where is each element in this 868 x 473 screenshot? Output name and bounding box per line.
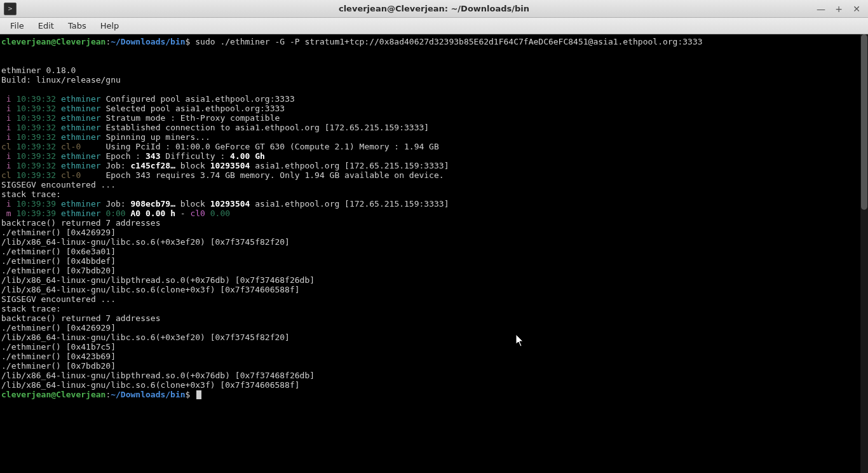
- menu-edit[interactable]: Edit: [32, 19, 60, 32]
- menu-tabs[interactable]: Tabs: [62, 19, 93, 32]
- minimize-button[interactable]: —: [816, 4, 826, 14]
- window-title: cleverjean@Cleverjean: ~/Downloads/bin: [339, 4, 529, 13]
- terminal-icon: [4, 3, 17, 15]
- titlebar[interactable]: cleverjean@Cleverjean: ~/Downloads/bin —…: [0, 0, 868, 18]
- scrollbar-thumb[interactable]: [861, 34, 867, 210]
- cursor: [196, 390, 201, 399]
- menubar: File Edit Tabs Help: [0, 18, 868, 34]
- menu-file[interactable]: File: [4, 19, 31, 32]
- scrollbar[interactable]: [860, 34, 868, 473]
- menu-help[interactable]: Help: [94, 19, 126, 32]
- window-controls: — + ✕: [816, 4, 868, 14]
- close-button[interactable]: ✕: [851, 4, 862, 14]
- terminal-output[interactable]: cleverjean@Cleverjean:~/Downloads/bin$ s…: [0, 34, 868, 473]
- maximize-button[interactable]: +: [834, 4, 844, 14]
- terminal-window: cleverjean@Cleverjean: ~/Downloads/bin —…: [0, 0, 868, 473]
